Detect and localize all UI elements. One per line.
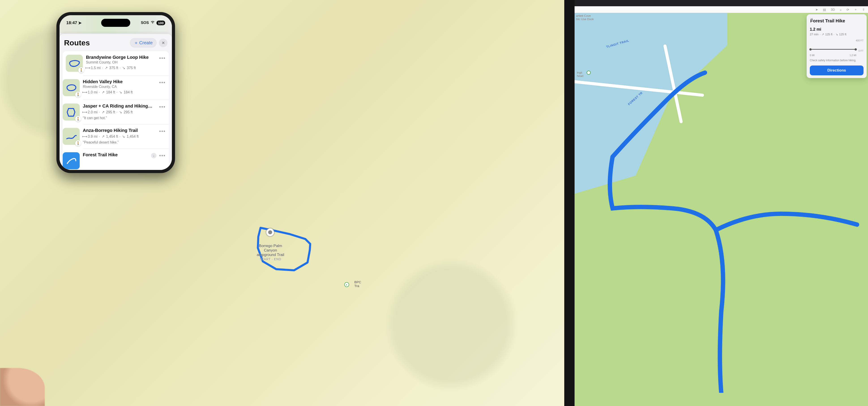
location-icon[interactable]: ➤ (815, 8, 818, 11)
close-icon: ✕ (162, 40, 165, 45)
distance-icon: ⟼ (83, 90, 86, 94)
dynamic-island (101, 19, 130, 27)
panel-title: Forest Trail Hike (810, 18, 864, 24)
elev-x-end: 1.2 MI (849, 54, 856, 57)
map-label-cove: artlett Cove blic Use Dock (576, 14, 594, 21)
route-more-button[interactable]: ••• (159, 104, 166, 110)
route-stats: ⟼2.0 mi· ↗295 ft· ↘295 ft (83, 110, 156, 114)
route-row[interactable]: 🚶 Anza-Borrego Hiking Trail ⟼3.9 mi· ↗1,… (83, 124, 169, 148)
route-more-button[interactable]: ••• (159, 79, 166, 86)
close-icon: ✕ (810, 17, 813, 22)
route-title: Anza-Borrego Hiking Trail (83, 128, 156, 133)
iphone-device: 18:47 ➤ SOS 100 Routes ＋ (56, 12, 175, 173)
close-sheet-button[interactable]: ✕ (159, 39, 167, 47)
map-label-trailhead: ingit head (577, 71, 583, 78)
route-title: Brandywine Gorge Loop Hike (86, 55, 156, 60)
add-icon[interactable]: ＋ (854, 8, 857, 12)
descent-icon: ↘ (122, 134, 125, 139)
distance-icon: ⟼ (83, 134, 86, 139)
route-thumbnail: 🚶 (66, 55, 83, 72)
route-stats: ⟼3.9 mi· ↗1,454 ft· ↘1,454 ft (83, 134, 156, 139)
panel-distance: 1.2 mi (810, 27, 864, 32)
route-thumbnail: 🚶 (63, 103, 80, 121)
device-gap (564, 0, 575, 406)
ipad-right-device: ➤ ▤ 3D ⌕ ⟳ ＋ ⇪ artlett Cove blic Use Doc… (575, 0, 868, 406)
route-more-button[interactable]: ••• (159, 153, 166, 159)
ascent-icon: ↗ (822, 33, 824, 36)
descent-icon: ↘ (119, 90, 122, 94)
battery-indicator: 100 (156, 21, 165, 25)
directions-button[interactable]: Directions (810, 66, 864, 75)
share-icon[interactable]: ⇪ (862, 8, 865, 11)
plus-icon: ＋ (134, 40, 138, 46)
walk-icon: 🚶 (75, 116, 81, 122)
distance-icon: ⟼ (83, 110, 86, 114)
poi-label: BPC Tra (354, 280, 361, 288)
route-thumbnail (63, 152, 80, 169)
route-title: Forest Trail Hike (83, 152, 148, 158)
descent-icon: ↘ (122, 66, 126, 70)
walk-icon: 🚶 (75, 92, 81, 98)
walk-icon: 🚶 (75, 140, 81, 146)
binoculars-icon[interactable]: ⌕ (840, 8, 842, 11)
route-quote: “It can get hot.” (83, 116, 156, 120)
walk-icon: 🚶 (78, 67, 84, 73)
route-thumbnail: 🚶 (63, 128, 80, 145)
ascent-icon: ↗ (101, 134, 105, 139)
route-subtitle: Summit County, OH (86, 60, 156, 64)
panel-safety-note: Check safety information before hiking. (810, 59, 864, 62)
ascent-icon: ↗ (101, 90, 105, 94)
routes-list[interactable]: 🚶 Brandywine Gorge Loop Hike Summit Coun… (63, 51, 169, 170)
elevation-chart: 400 FT 0 FT 0 MI 1.2 MI (810, 39, 864, 57)
download-icon: ↓ (153, 154, 154, 158)
ipad-bezel (575, 0, 868, 6)
route-detail-panel: ✕ Forest Trail Hike 1.2 mi 27 min· ↗125 … (807, 14, 867, 78)
status-sos: SOS (141, 21, 149, 25)
route-row[interactable]: 🚶 Brandywine Gorge Loop Hike Summit Coun… (63, 51, 169, 75)
distance-icon: ⟼ (86, 66, 90, 70)
elev-y-top: 400 FT (856, 39, 864, 42)
ipad-right-map[interactable]: artlett Cove blic Use Dock ingit head TL… (575, 13, 868, 406)
descent-icon: ↘ (119, 110, 122, 114)
view-3d-button[interactable]: 3D (831, 8, 835, 11)
route-thumbnail: 🚶 (63, 79, 80, 96)
ascent-icon: ↗ (104, 66, 108, 70)
ipad-left-map: Borrego Palm Canyon ampground Trail STAR… (0, 0, 564, 406)
route-title: Hidden Valley Hike (83, 79, 156, 84)
hand (0, 368, 45, 406)
route-more-button[interactable]: ••• (159, 55, 166, 61)
map-toolbar: ➤ ▤ 3D ⌕ ⟳ ＋ ⇪ (575, 6, 868, 13)
route-title: Jasper + CA Riding and Hiking… (83, 103, 156, 109)
panel-close-button[interactable]: ✕ (809, 16, 814, 22)
route-more-button[interactable]: ••• (159, 128, 166, 134)
elevation-line (810, 49, 856, 49)
ascent-icon: ↗ (101, 110, 105, 114)
map-label-borrego: Borrego Palm Canyon ampground Trail STAR… (257, 244, 284, 261)
poi-marker[interactable]: ▸ (344, 282, 349, 287)
refresh-icon[interactable]: ⟳ (846, 8, 849, 11)
create-route-button[interactable]: ＋ Create (130, 38, 157, 47)
panel-substats: 27 min· ↗125 ft· ↘125 ft (810, 33, 864, 36)
route-stats: ⟼1.0 mi· ↗184 ft· ↘184 ft (83, 90, 156, 94)
route-quote: “Peaceful desert hike.” (83, 140, 156, 144)
route-row[interactable]: 🚶 Jasper + CA Riding and Hiking… ⟼2.0 mi… (83, 100, 169, 124)
route-subtitle: Riverside County, CA (83, 85, 156, 89)
route-row[interactable]: Forest Trail Hike ↓ ••• (83, 148, 169, 170)
descent-icon: ↘ (836, 33, 838, 36)
route-stats: ⟼1.5 mi· ↗375 ft· ↘375 ft (86, 66, 156, 70)
elev-x-start: 0 MI (810, 54, 814, 57)
wifi-icon (150, 21, 155, 25)
route-row[interactable]: 🚶 Hidden Valley Hike Riverside County, C… (83, 75, 169, 100)
sheet-title: Routes (64, 38, 90, 47)
download-button[interactable]: ↓ (151, 153, 156, 158)
elev-y-bot: 0 FT (858, 49, 864, 52)
current-location-dot (266, 229, 274, 236)
layers-icon[interactable]: ▤ (823, 8, 826, 11)
location-arrow-icon: ➤ (78, 20, 82, 26)
status-time: 18:47 (66, 20, 77, 25)
routes-sheet: Routes ＋ Create ✕ (60, 34, 172, 170)
